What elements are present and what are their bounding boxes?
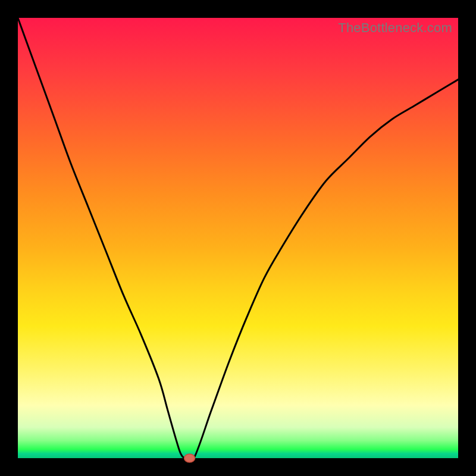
bottleneck-curve xyxy=(18,18,458,458)
curve-path xyxy=(18,18,458,462)
chart-frame: TheBottleneck.com xyxy=(0,0,476,476)
plot-area: TheBottleneck.com xyxy=(18,18,458,458)
marker xyxy=(184,454,195,462)
